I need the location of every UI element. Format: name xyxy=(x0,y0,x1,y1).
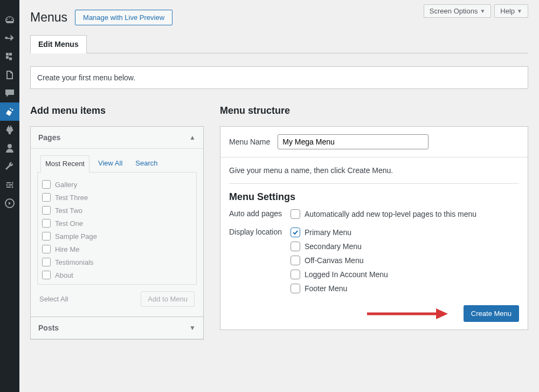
auto-add-checkbox[interactable] xyxy=(291,209,300,219)
menu-name-input[interactable] xyxy=(278,134,429,149)
help-label: Help xyxy=(500,7,515,15)
location-checkbox-secondary[interactable] xyxy=(291,242,300,251)
list-item[interactable]: Test Three xyxy=(42,191,192,204)
screen-options-button[interactable]: Screen Options▼ xyxy=(424,4,492,18)
chevron-down-icon: ▼ xyxy=(189,324,196,332)
subtab-view-all[interactable]: View All xyxy=(94,155,127,172)
sidebar-tools[interactable] xyxy=(0,157,19,176)
location-label: Secondary Menu xyxy=(305,242,362,251)
svg-point-2 xyxy=(12,187,13,188)
location-checkbox-offcanvas[interactable] xyxy=(291,256,300,265)
page-checkbox[interactable] xyxy=(42,193,51,202)
location-label: Footer Menu xyxy=(305,284,347,293)
page-checkbox[interactable] xyxy=(42,258,51,266)
location-checkbox-logged-in[interactable] xyxy=(291,270,300,279)
svg-point-0 xyxy=(12,182,13,184)
chevron-down-icon: ▼ xyxy=(517,8,522,14)
list-item[interactable]: Test One xyxy=(42,217,192,230)
page-checkbox[interactable] xyxy=(42,271,51,279)
sidebar-users[interactable] xyxy=(0,139,19,157)
list-item[interactable]: Testimonials xyxy=(42,256,192,269)
add-to-menu-button[interactable]: Add to Menu xyxy=(141,291,195,307)
page-checkbox[interactable] xyxy=(42,219,51,228)
instruction-text: Give your menu a name, then click Create… xyxy=(220,157,528,183)
location-label: Off-Canvas Menu xyxy=(305,256,363,265)
create-menu-button[interactable]: Create Menu xyxy=(464,305,519,322)
list-item[interactable]: Sample Page xyxy=(42,230,192,243)
subtab-search[interactable]: Search xyxy=(131,155,162,172)
screen-options-label: Screen Options xyxy=(430,7,478,15)
main-content: Screen Options▼ Help▼ Menus Manage with … xyxy=(19,0,539,392)
tab-strip: Edit Menus xyxy=(30,35,528,53)
chevron-down-icon: ▼ xyxy=(480,8,485,14)
location-checkbox-footer[interactable] xyxy=(291,284,300,293)
sidebar-posts[interactable] xyxy=(0,29,19,47)
select-all-link[interactable]: Select All xyxy=(39,295,68,303)
list-item[interactable]: About xyxy=(42,269,192,281)
sidebar-pages[interactable] xyxy=(0,66,19,84)
subtab-most-recent[interactable]: Most Recent xyxy=(40,155,89,173)
help-button[interactable]: Help▼ xyxy=(494,4,528,18)
location-checkbox-primary[interactable] xyxy=(291,228,300,237)
admin-sidebar xyxy=(0,0,19,392)
location-label: Logged In Account Menu xyxy=(305,270,388,279)
list-item[interactable]: Gallery xyxy=(42,178,192,191)
display-location-label: Display location xyxy=(229,228,287,293)
page-checkbox[interactable] xyxy=(42,180,51,189)
page-title: Menus xyxy=(30,10,67,25)
page-checkbox[interactable] xyxy=(42,206,51,215)
menu-settings-heading: Menu Settings xyxy=(220,184,528,205)
pages-label: Pages xyxy=(38,133,60,142)
sidebar-media[interactable] xyxy=(0,47,19,66)
tab-edit-menus[interactable]: Edit Menus xyxy=(30,35,87,53)
sidebar-plugins[interactable] xyxy=(0,121,19,139)
add-menu-items-heading: Add menu items xyxy=(30,105,204,116)
page-checkbox[interactable] xyxy=(42,245,51,253)
menu-structure-heading: Menu structure xyxy=(220,105,528,116)
sidebar-comments[interactable] xyxy=(0,84,19,102)
pages-accordion: Pages ▲ Most Recent View All Search Gall… xyxy=(30,126,204,340)
sidebar-settings[interactable] xyxy=(0,176,19,194)
sidebar-collapse[interactable] xyxy=(0,194,19,212)
list-item[interactable]: Hire Me xyxy=(42,243,192,256)
page-checkbox[interactable] xyxy=(42,232,51,240)
pages-list[interactable]: Gallery Test Three Test Two Test One Sam… xyxy=(37,173,197,285)
svg-marker-5 xyxy=(436,308,448,319)
menu-structure-panel: Menu Name Give your menu a name, then cl… xyxy=(220,126,528,330)
pages-accordion-head[interactable]: Pages ▲ xyxy=(31,127,203,149)
svg-point-1 xyxy=(6,184,8,186)
annotation-arrow-icon xyxy=(367,307,448,320)
sidebar-appearance[interactable] xyxy=(0,102,19,121)
live-preview-button[interactable]: Manage with Live Preview xyxy=(75,10,172,25)
location-label: Primary Menu xyxy=(305,228,351,237)
auto-add-text: Automatically add new top-level pages to… xyxy=(305,210,476,218)
menu-name-label: Menu Name xyxy=(229,137,270,146)
list-item[interactable]: Test Two xyxy=(42,204,192,217)
auto-add-label: Auto add pages xyxy=(229,209,287,219)
sidebar-dashboard[interactable] xyxy=(0,11,19,29)
posts-accordion-head[interactable]: Posts ▼ xyxy=(31,317,203,339)
posts-label: Posts xyxy=(38,324,59,332)
chevron-up-icon: ▲ xyxy=(189,134,196,141)
notice-message: Create your first menu below. xyxy=(30,66,528,89)
